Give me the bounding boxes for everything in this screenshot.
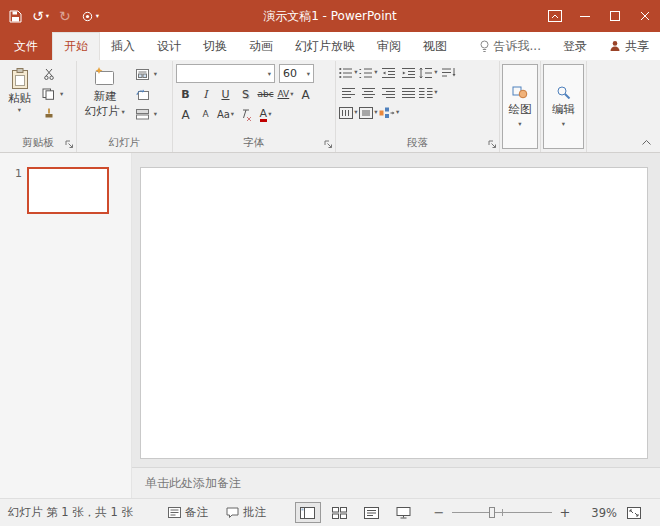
close-button[interactable] bbox=[630, 0, 660, 32]
change-case-button[interactable]: Aa▾ bbox=[216, 106, 235, 123]
line-spacing-dropdown-icon[interactable]: ▾ bbox=[434, 69, 437, 76]
drawing-dropdown-icon[interactable]: ▾ bbox=[518, 120, 521, 128]
tab-slideshow[interactable]: 幻灯片放映 bbox=[284, 32, 366, 60]
tab-insert[interactable]: 插入 bbox=[100, 32, 146, 60]
paste-button[interactable]: 粘贴 ▾ bbox=[3, 64, 36, 135]
undo-dropdown-icon[interactable]: ▾ bbox=[46, 13, 49, 20]
tab-transitions[interactable]: 切换 bbox=[192, 32, 238, 60]
bold-button[interactable]: B bbox=[176, 86, 195, 103]
tab-animations[interactable]: 动画 bbox=[238, 32, 284, 60]
align-text-icon[interactable]: ▾ bbox=[359, 104, 378, 121]
paste-dropdown-icon[interactable]: ▾ bbox=[18, 106, 21, 114]
text-direction-options-icon[interactable]: ▾ bbox=[339, 104, 358, 121]
tab-review[interactable]: 审阅 bbox=[366, 32, 412, 60]
copy-dropdown-icon[interactable]: ▾ bbox=[60, 90, 63, 98]
slide-thumbnail-panel[interactable]: 1 bbox=[0, 153, 132, 498]
character-spacing-dropdown-icon[interactable]: ▾ bbox=[290, 91, 293, 98]
font-color-button[interactable]: A▾ bbox=[256, 106, 275, 123]
text-direction-dropdown-icon[interactable]: ▾ bbox=[354, 109, 357, 116]
notes-toggle-button[interactable]: 备注 bbox=[159, 499, 217, 526]
editing-dropdown-icon[interactable]: ▾ bbox=[562, 120, 565, 128]
columns-dropdown-icon[interactable]: ▾ bbox=[434, 89, 437, 96]
zoom-out-button[interactable]: − bbox=[433, 505, 445, 520]
share-button[interactable]: 共享 bbox=[598, 32, 660, 60]
slide-layout-icon[interactable] bbox=[133, 66, 152, 83]
touch-mode-icon[interactable]: ▾ bbox=[81, 10, 99, 23]
convert-to-smartart-icon[interactable]: ▾ bbox=[379, 104, 399, 121]
new-slide-button[interactable]: 新建 幻灯片▾ bbox=[80, 64, 130, 135]
reading-view-button[interactable] bbox=[359, 502, 385, 523]
save-icon[interactable] bbox=[9, 10, 22, 23]
font-size-dropdown-icon[interactable]: ▾ bbox=[307, 70, 310, 78]
font-size-select[interactable]: 60 ▾ bbox=[279, 64, 314, 83]
zoom-in-button[interactable]: + bbox=[559, 505, 571, 520]
zoom-level[interactable]: 39% bbox=[583, 506, 617, 520]
tab-home[interactable]: 开始 bbox=[52, 32, 100, 60]
collapse-ribbon-icon[interactable] bbox=[641, 139, 652, 146]
slides-group: 新建 幻灯片▾ ▾ ▾ 幻灯片 bbox=[77, 61, 173, 152]
undo-icon[interactable]: ↺▾ bbox=[32, 9, 49, 23]
zoom-slider[interactable] bbox=[452, 512, 552, 513]
decrease-indent-icon[interactable] bbox=[379, 64, 398, 81]
text-direction-icon[interactable] bbox=[439, 64, 458, 81]
notes-pane[interactable]: 单击此处添加备注 bbox=[132, 467, 660, 498]
editing-button[interactable]: 编辑 ▾ bbox=[543, 64, 584, 149]
underline-button[interactable]: U bbox=[216, 86, 235, 103]
smartart-dropdown-icon[interactable]: ▾ bbox=[396, 109, 399, 116]
slide-thumbnail-1[interactable] bbox=[27, 167, 109, 214]
tab-view[interactable]: 视图 bbox=[412, 32, 458, 60]
change-case-dropdown-icon[interactable]: ▾ bbox=[231, 111, 234, 118]
columns-icon[interactable]: ▾ bbox=[419, 84, 438, 101]
zoom-slider-thumb[interactable] bbox=[489, 507, 495, 518]
tab-file[interactable]: 文件 bbox=[0, 32, 52, 60]
minimize-button[interactable] bbox=[570, 0, 600, 32]
redo-icon[interactable]: ↻ bbox=[59, 9, 71, 23]
font-name-dropdown-icon[interactable]: ▾ bbox=[268, 70, 271, 78]
slide-editing-surface[interactable] bbox=[140, 167, 648, 459]
justify-icon[interactable] bbox=[399, 84, 418, 101]
clear-formatting-icon[interactable] bbox=[236, 106, 255, 123]
font-dialog-launcher-icon[interactable] bbox=[324, 140, 333, 149]
strikethrough-button[interactable]: abc bbox=[256, 86, 275, 103]
slide-sorter-view-button[interactable] bbox=[327, 502, 353, 523]
slideshow-view-button[interactable] bbox=[391, 502, 417, 523]
character-spacing-button[interactable]: AV▾ bbox=[276, 86, 295, 103]
clipboard-dialog-launcher-icon[interactable] bbox=[65, 140, 74, 149]
align-text-dropdown-icon[interactable]: ▾ bbox=[374, 109, 377, 116]
numbering-icon[interactable]: ▾ bbox=[359, 64, 378, 81]
slide-layout-dropdown-icon[interactable]: ▾ bbox=[154, 70, 157, 78]
comments-toggle-button[interactable]: 批注 bbox=[217, 499, 275, 526]
drawing-button[interactable]: 绘图 ▾ bbox=[502, 64, 538, 149]
font-name-select[interactable]: ▾ bbox=[176, 64, 275, 83]
tab-design[interactable]: 设计 bbox=[146, 32, 192, 60]
increase-font-button[interactable]: A bbox=[176, 106, 195, 123]
format-painter-icon[interactable] bbox=[39, 106, 58, 123]
ribbon-display-options-icon[interactable] bbox=[540, 0, 570, 32]
bullets-icon[interactable]: ▾ bbox=[339, 64, 358, 81]
increase-indent-icon[interactable] bbox=[399, 64, 418, 81]
italic-button[interactable]: I bbox=[196, 86, 215, 103]
sign-in-button[interactable]: 登录 bbox=[552, 32, 598, 60]
copy-icon[interactable] bbox=[39, 86, 58, 103]
text-shadow-button[interactable]: S bbox=[236, 86, 255, 103]
align-right-icon[interactable] bbox=[379, 84, 398, 101]
qat-customize-icon[interactable]: ▾ bbox=[96, 13, 99, 20]
paragraph-dialog-launcher-icon[interactable] bbox=[488, 140, 497, 149]
maximize-button[interactable] bbox=[600, 0, 630, 32]
align-left-icon[interactable] bbox=[339, 84, 358, 101]
reset-slide-icon[interactable] bbox=[133, 86, 152, 103]
align-center-icon[interactable] bbox=[359, 84, 378, 101]
cut-icon[interactable] bbox=[39, 66, 58, 83]
font-color-dropdown-icon[interactable]: ▾ bbox=[268, 111, 271, 118]
numbering-dropdown-icon[interactable]: ▾ bbox=[374, 69, 377, 76]
fit-slide-to-window-button[interactable] bbox=[627, 507, 641, 519]
section-dropdown-icon[interactable]: ▾ bbox=[154, 110, 157, 118]
tell-me-box[interactable]: 告诉我... bbox=[468, 32, 552, 60]
new-slide-dropdown-icon[interactable]: ▾ bbox=[122, 108, 125, 116]
decrease-font-button[interactable]: A bbox=[196, 106, 215, 123]
bullets-dropdown-icon[interactable]: ▾ bbox=[354, 69, 357, 76]
section-icon[interactable] bbox=[133, 106, 152, 123]
grow-font-button[interactable]: A bbox=[296, 86, 315, 103]
normal-view-button[interactable] bbox=[295, 502, 321, 523]
line-spacing-icon[interactable]: ▾ bbox=[419, 64, 438, 81]
